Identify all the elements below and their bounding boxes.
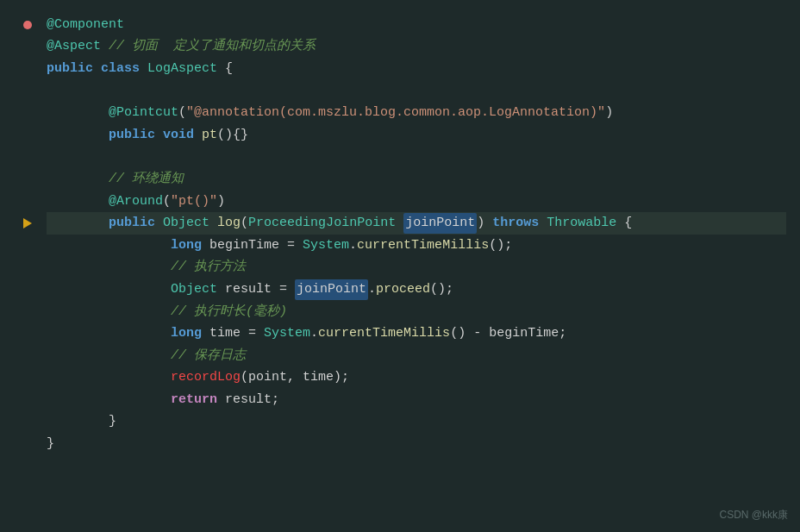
token-plain [155,213,163,234]
code-line: @Component [47,14,786,36]
watermark: CSDN @kkk康 [719,507,788,523]
token-plain: (){} [217,125,248,146]
token-method: currentTimeMillis [318,323,450,344]
token-plain [93,59,101,79]
token-comment: // 环绕通知 [109,169,184,190]
token-plain: result = [217,279,295,300]
token-method: proceed [376,279,430,300]
code-line [47,147,786,169]
token-plain: } [109,411,116,432]
token-plain: ) [217,191,225,212]
token-kw: throws [492,213,539,234]
code-line: long beginTime = System.currentTimeMilli… [47,235,786,257]
token-kw: public [109,125,155,146]
token-plain: ) [605,103,613,123]
token-plain: ( [241,213,248,234]
code-line: } [47,433,786,455]
token-plain: beginTime = [202,235,303,256]
token-classname: System [264,323,310,344]
code-line: } [47,411,786,434]
token-plain [539,213,547,234]
token-plain: result; [217,390,279,410]
token-kw: class [101,59,140,79]
token-kw: long [171,323,202,344]
code-content: @Component@Aspect // 切面 定义了通知和切点的关系publi… [33,7,800,462]
code-line: // 执行时长(毫秒) [47,301,786,323]
code-line: public class LogAspect { [47,58,786,80]
code-line: public Object log(ProceedingJoinPoint jo… [47,212,786,235]
token-plain [194,125,202,146]
token-comment: // 切面 定义了通知和切点的关系 [109,36,316,57]
token-plain [396,213,403,234]
highlighted-token: joinPoint [295,279,368,300]
token-plain: { [217,59,233,79]
token-kw: public [109,213,155,234]
code-line: Object result = joinPoint.proceed(); [47,279,786,301]
token-classname: Throwable [547,213,616,234]
token-red-method: recordLog [171,367,241,388]
token-plain: (point, time); [241,367,349,388]
arrow-indicator [19,212,36,235]
token-classname: LogAspect [147,59,217,79]
token-plain: . [368,279,376,300]
token-annotation-color: @Aspect [47,36,101,57]
token-annotation-color: @Component [47,15,124,35]
token-method: pt [202,125,217,146]
token-classname: ProceedingJoinPoint [248,213,396,234]
token-annotation-color: @Pointcut [109,103,178,123]
token-plain: . [310,323,318,344]
code-editor: @Component@Aspect // 切面 定义了通知和切点的关系publi… [0,0,800,532]
token-plain: ( [163,191,171,212]
token-plain: time = [202,323,264,344]
token-plain: ( [178,103,186,123]
token-classname: System [303,235,349,256]
code-line: recordLog(point, time); [47,367,786,390]
token-plain: () - beginTime; [450,323,566,344]
token-string: "@annotation(com.mszlu.blog.common.aop.L… [186,103,605,123]
token-classname: Object [171,279,217,300]
token-comment: // 执行方法 [171,257,246,278]
token-plain: ) [477,213,492,234]
token-string: "pt()" [171,191,217,212]
token-plain: } [47,434,54,454]
token-plain: (); [489,235,512,256]
token-plain: . [349,235,357,256]
code-line: long time = System.currentTimeMillis() -… [47,322,786,345]
code-line [47,80,786,103]
token-kw-return: return [171,390,217,410]
code-line: // 保存日志 [47,345,786,367]
token-classname: Object [163,213,209,234]
token-kw: public [47,59,93,79]
code-line: @Aspect // 切面 定义了通知和切点的关系 [47,36,786,59]
code-line: public void pt(){} [47,124,786,147]
token-comment: // 执行时长(毫秒) [171,302,287,322]
token-kw: void [163,125,194,146]
code-line: @Around("pt()") [47,191,786,213]
token-plain: (); [430,279,453,300]
token-plain [140,59,147,79]
token-kw: long [171,235,202,256]
code-line: @Pointcut("@annotation(com.mszlu.blog.co… [47,102,786,124]
token-plain [155,125,163,146]
code-line: // 环绕通知 [47,168,786,191]
breakpoint-dot [19,14,36,36]
token-method: currentTimeMillis [357,235,489,256]
highlighted-token: joinPoint [403,213,477,234]
token-annotation-color: @Around [109,191,163,212]
token-comment: // 保存日志 [171,346,246,366]
token-plain [209,213,217,234]
code-line: return result; [47,389,786,411]
code-line: // 执行方法 [47,257,786,279]
token-method: log [217,213,241,234]
token-plain [101,36,109,57]
token-plain: { [616,213,632,234]
